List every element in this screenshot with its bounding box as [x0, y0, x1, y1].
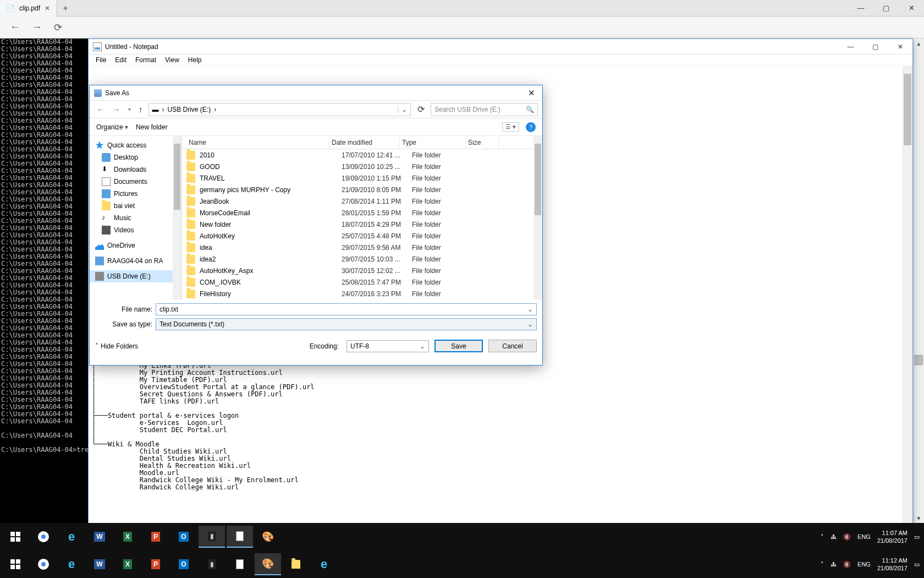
minimize-button[interactable]: — [848, 0, 873, 17]
notepad-minimize[interactable]: — [838, 39, 863, 54]
notepad-close[interactable]: ✕ [888, 39, 912, 54]
dropdown-icon[interactable]: ⌄ [527, 306, 533, 313]
word-icon[interactable]: W [86, 553, 113, 575]
file-row[interactable]: JeanBook27/08/2014 1:11 PMFile folder [182, 195, 542, 207]
tray-notifications-icon[interactable]: ▭ [914, 561, 920, 568]
col-date[interactable]: Date modified [329, 136, 400, 149]
chrome-icon[interactable] [30, 526, 57, 548]
help-button[interactable]: ? [526, 122, 536, 132]
savetype-select[interactable]: Text Documents (*.txt)⌄ [156, 318, 537, 330]
search-field[interactable]: Search USB Drive (E:) 🔍 [431, 103, 538, 116]
menu-view[interactable]: View [161, 55, 183, 65]
encoding-select[interactable]: UTF-8⌄ [346, 340, 429, 352]
paint-icon[interactable]: 🎨 [255, 526, 281, 548]
scroll-thumb[interactable] [915, 355, 923, 365]
notepad-vscroll[interactable] [903, 66, 912, 543]
scroll-thumb[interactable] [904, 74, 911, 145]
save-button[interactable]: Save [435, 340, 483, 352]
tree-videos[interactable]: Videos [90, 224, 182, 236]
col-type[interactable]: Type [400, 136, 466, 149]
menu-file[interactable]: File [92, 55, 110, 65]
nav-recent[interactable]: ▾ [126, 106, 133, 112]
notepad-taskbar-icon[interactable] [227, 526, 253, 548]
tree-quick-access[interactable]: Quick access [90, 139, 182, 151]
tray-network-icon[interactable]: 🖧 [831, 561, 837, 568]
word-icon[interactable]: W [86, 526, 113, 548]
chrome-icon[interactable] [30, 553, 57, 575]
reload-button[interactable]: ⟳ [54, 21, 62, 34]
file-row[interactable]: TRAVEL19/09/2010 1:15 PMFile folder [182, 172, 542, 184]
file-row[interactable]: idea229/07/2015 10:03 ...File folder [182, 253, 542, 265]
files-scrollbar[interactable] [534, 136, 542, 300]
cmd-icon[interactable]: ▮ [199, 553, 225, 575]
new-folder-button[interactable]: New folder [136, 123, 167, 131]
browser-tab[interactable]: 📄 clip.pdf ✕ [0, 0, 57, 17]
explorer-icon[interactable] [283, 553, 309, 575]
start-button[interactable] [2, 553, 29, 575]
tab-close-icon[interactable]: ✕ [45, 4, 50, 12]
new-tab-button[interactable]: + [57, 3, 74, 13]
col-size[interactable]: Size [466, 136, 499, 149]
ie-icon[interactable]: e [58, 553, 85, 575]
scroll-up-icon[interactable]: ▲ [914, 39, 924, 48]
tree-onedrive[interactable]: OneDrive [90, 239, 182, 252]
excel-icon[interactable]: X [114, 553, 141, 575]
tray-chevron-icon[interactable]: ˄ [821, 561, 824, 568]
dropdown-icon[interactable]: ⌄ [420, 342, 425, 350]
nav-back[interactable]: ← [94, 105, 107, 114]
file-row[interactable]: New folder18/07/2015 4:29 PMFile folder [182, 219, 542, 230]
tree-scrollbar[interactable] [173, 136, 182, 300]
breadcrumb[interactable]: ▬ › USB Drive (E:) › ⌄ [148, 103, 411, 116]
file-row[interactable]: MorseCodeEmail28/01/2015 1:59 PMFile fol… [182, 207, 542, 219]
search-icon[interactable]: 🔍 [526, 106, 534, 113]
tray-lang[interactable]: ENG [857, 561, 871, 568]
notepad-maximize[interactable]: ▢ [863, 39, 888, 54]
notepad-taskbar-icon[interactable] [227, 553, 253, 575]
filename-text[interactable] [160, 306, 527, 313]
col-name[interactable]: Name [186, 136, 329, 149]
tree-music[interactable]: ♪Music [90, 212, 182, 224]
tray-lang[interactable]: ENG [857, 533, 871, 540]
menu-help[interactable]: Help [184, 55, 206, 65]
scroll-down-icon[interactable]: ▼ [914, 513, 924, 523]
tree-pc[interactable]: RAAG04-04 on RA [90, 255, 182, 267]
tree-baiviet[interactable]: bai viet [90, 200, 182, 212]
excel-icon[interactable]: X [114, 526, 141, 548]
maximize-button[interactable]: ▢ [873, 0, 899, 17]
tree-usb-selected[interactable]: USB Drive (E:) [90, 270, 182, 282]
file-row[interactable]: 201017/07/2010 12:41 ...File folder [182, 149, 542, 161]
tree-documents[interactable]: Documents📌 [90, 176, 182, 188]
scroll-thumb[interactable] [174, 144, 180, 210]
back-button[interactable]: ← [10, 21, 20, 33]
hide-folders-button[interactable]: ˄Hide Folders [95, 342, 138, 350]
file-row[interactable]: idea29/07/2015 9:56 AMFile folder [182, 242, 542, 253]
tray-network-icon[interactable]: 🖧 [831, 533, 837, 540]
file-row[interactable]: AutoHotKey25/07/2015 4:48 PMFile folder [182, 230, 542, 242]
close-button[interactable]: ✕ [899, 0, 924, 17]
dialog-titlebar[interactable]: Save As ✕ [90, 85, 542, 101]
crumb-location[interactable]: USB Drive (E:) [168, 106, 211, 113]
edge-icon[interactable]: e [311, 553, 337, 575]
forward-button[interactable]: → [32, 21, 42, 33]
outlook-icon[interactable]: O [170, 526, 197, 548]
tray-clock[interactable]: 11:07 AM21/08/2017 [877, 529, 908, 544]
filename-input[interactable]: ⌄ [156, 303, 537, 315]
organize-button[interactable]: Organize [96, 123, 128, 131]
refresh-button[interactable]: ⟳ [414, 104, 427, 114]
tray-volume-icon[interactable]: 🔇 [843, 561, 851, 568]
file-row[interactable]: FileHistory24/07/2016 3:23 PMFile folder [182, 288, 542, 299]
tree-downloads[interactable]: ⬇Downloads📌 [90, 163, 182, 176]
menu-format[interactable]: Format [131, 55, 160, 65]
menu-edit[interactable]: Edit [111, 55, 130, 65]
tray-clock[interactable]: 11:12 AM21/08/2017 [877, 557, 908, 572]
cancel-button[interactable]: Cancel [488, 340, 537, 352]
page-scrollbar[interactable]: ▲ ▼ [913, 39, 924, 523]
tray-notifications-icon[interactable]: ▭ [914, 533, 920, 541]
powerpoint-icon[interactable]: P [142, 553, 169, 575]
dropdown-icon[interactable]: ⌄ [527, 320, 533, 328]
tree-pictures[interactable]: Pictures📌 [90, 188, 182, 200]
ie-icon[interactable]: e [58, 526, 85, 548]
file-row[interactable]: AutoHotKey_Aspx30/07/2015 12:02 ...File … [182, 265, 542, 276]
start-button[interactable] [2, 526, 29, 548]
notepad-titlebar[interactable]: Untitled - Notepad — ▢ ✕ [89, 39, 912, 54]
